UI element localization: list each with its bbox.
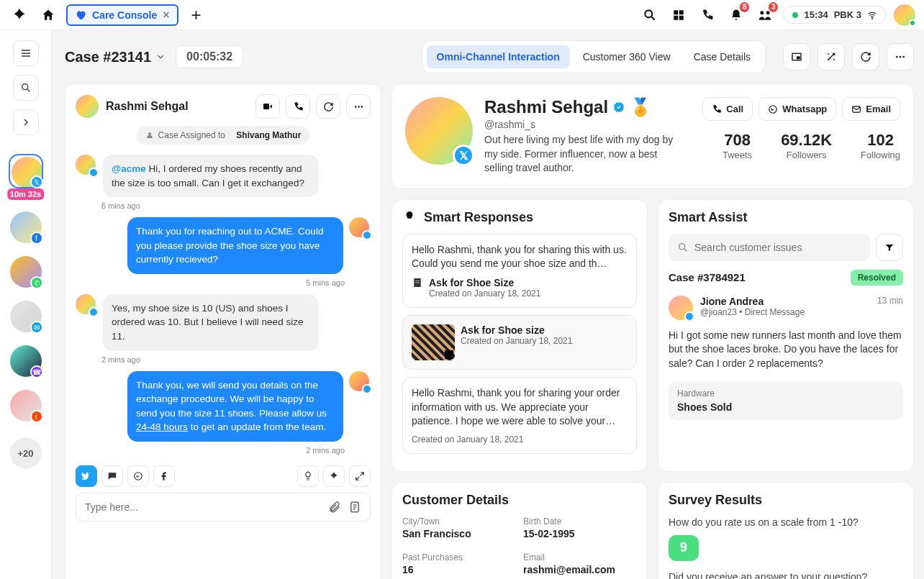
profile-name: Rashmi Sehgal: [484, 97, 608, 117]
apps-button[interactable]: [668, 4, 689, 26]
user-icon: [145, 131, 154, 140]
refresh-button[interactable]: [852, 43, 879, 70]
twitter-icon: [362, 384, 372, 394]
contact-item-3[interactable]: ✆: [10, 256, 42, 288]
dialer-button[interactable]: [697, 4, 718, 26]
channel-facebook[interactable]: [153, 465, 175, 487]
assist-user-handle: @jioan23 • Direct Message: [700, 307, 805, 317]
close-tab-icon[interactable]: ×: [163, 9, 169, 22]
channel-twitter[interactable]: [76, 465, 97, 487]
detail-city: San Francisco: [402, 528, 516, 539]
more-button[interactable]: [887, 43, 914, 70]
voice-call-button[interactable]: [286, 94, 310, 119]
filter-button[interactable]: [876, 234, 903, 261]
rail-search-button[interactable]: [13, 75, 39, 101]
home-button[interactable]: [37, 4, 59, 26]
add-tab-button[interactable]: +: [186, 4, 207, 26]
conv-refresh-button[interactable]: [316, 94, 340, 119]
expand-button[interactable]: [349, 465, 371, 487]
conv-more-button[interactable]: [346, 94, 371, 119]
status-pill[interactable]: 15:34 PBK 3: [783, 6, 887, 24]
workspace-tab[interactable]: Care Console ×: [66, 4, 178, 26]
profile-handle: @rashmi_s: [484, 119, 691, 130]
contact-item-2[interactable]: f: [10, 211, 42, 243]
case-timer: 00:05:32: [176, 45, 243, 68]
logo-icon: [9, 4, 30, 26]
more-contacts-button[interactable]: +20: [10, 437, 42, 469]
status-dot: [792, 12, 798, 18]
email-button[interactable]: Email: [842, 97, 900, 121]
message-input-box: [76, 493, 371, 521]
twitter-icon: 𝕏: [453, 145, 474, 166]
menu-button[interactable]: [13, 40, 39, 66]
msg-avatar: [349, 371, 371, 393]
search-icon: [677, 242, 689, 253]
profile-avatar: 𝕏: [405, 97, 473, 165]
assist-case-id[interactable]: Case #3784921: [669, 271, 746, 283]
thumbnail-icon: [412, 324, 455, 360]
msg-avatar: [76, 294, 97, 316]
social-button[interactable]: 3: [754, 4, 776, 26]
smart-responses-card: Smart Responses Hello Rashmi, thank you …: [391, 199, 648, 472]
message-time: 6 mins ago: [76, 201, 371, 217]
svg-rect-14: [263, 104, 269, 109]
document-icon: [412, 277, 423, 288]
svg-point-17: [361, 106, 363, 108]
notifications-count: 8: [740, 2, 750, 12]
smart-response-item[interactable]: Hello Rashmi, thank you for sharing this…: [402, 234, 637, 308]
assist-search-input[interactable]: [694, 242, 861, 253]
svg-rect-2: [679, 10, 684, 14]
smart-response-item[interactable]: Ask for Shoe sizeCreated on January 18, …: [402, 315, 637, 370]
channel-whatsapp[interactable]: [127, 465, 149, 487]
notifications-button[interactable]: 8: [725, 4, 747, 26]
msg-avatar: [76, 155, 97, 176]
twitter-icon: 𝕏: [30, 175, 43, 188]
pip-button[interactable]: [783, 43, 810, 70]
notes-icon[interactable]: [348, 501, 361, 514]
reddit-icon: r: [30, 410, 43, 423]
magic-button[interactable]: [817, 43, 845, 70]
assist-tag: Hardware Shoes Sold: [669, 381, 903, 420]
svg-rect-1: [674, 10, 679, 14]
assist-search[interactable]: [669, 234, 870, 261]
contact-item-6[interactable]: r: [10, 390, 42, 421]
case-tabs: Omni-Channel Interaction Customer 360 Vi…: [422, 40, 766, 73]
detail-birthdate: 15-02-1995: [523, 528, 637, 539]
attachment-icon[interactable]: [328, 501, 341, 514]
smart-suggest-button[interactable]: [297, 465, 319, 487]
assist-avatar: [669, 296, 693, 320]
svg-point-8: [22, 84, 27, 90]
user-avatar[interactable]: [894, 4, 915, 26]
profile-bio: Out here living my best life with my dog…: [484, 133, 686, 175]
rail-expand-button[interactable]: [13, 109, 39, 135]
twitter-icon: [684, 311, 694, 322]
conv-avatar: [76, 95, 99, 118]
smart-response-item[interactable]: Hello Rashmi, thank you for sharing your…: [402, 377, 637, 454]
lightbulb-icon: [402, 210, 417, 224]
case-id[interactable]: Case #23141: [65, 49, 166, 65]
svg-rect-3: [674, 15, 679, 19]
whatsapp-button[interactable]: Whatsapp: [758, 97, 836, 121]
stat-tweets: 708Tweets: [723, 131, 752, 160]
call-button[interactable]: Call: [702, 97, 753, 121]
assign-chip: Case Assigned to Shivang Mathur: [137, 126, 310, 145]
video-call-button[interactable]: [255, 94, 280, 119]
facebook-icon: f: [30, 232, 43, 245]
tab-omni[interactable]: Omni-Channel Interaction: [427, 45, 570, 68]
contact-item-4[interactable]: ✉: [10, 301, 42, 332]
svg-point-16: [358, 106, 360, 108]
conv-name: Rashmi Sehgal: [106, 100, 189, 113]
channel-sms[interactable]: [101, 465, 123, 487]
branding-button[interactable]: [323, 465, 345, 487]
svg-point-0: [646, 10, 653, 17]
detail-email: rashmi@email.com: [523, 564, 637, 575]
message-in: Yes, my shoe size is 10 (US) and shoes I…: [103, 294, 319, 351]
status-badge: Resolved: [851, 270, 903, 286]
contact-item-5[interactable]: ☎: [10, 345, 42, 377]
message-input[interactable]: [85, 501, 321, 513]
search-button[interactable]: [639, 4, 661, 26]
assist-message: Hi I got some new runners last month and…: [669, 329, 903, 371]
tab-details[interactable]: Case Details: [684, 45, 761, 68]
contact-item-1[interactable]: 𝕏 10m 32s: [10, 155, 42, 187]
tab-360[interactable]: Customer 360 View: [573, 45, 681, 68]
